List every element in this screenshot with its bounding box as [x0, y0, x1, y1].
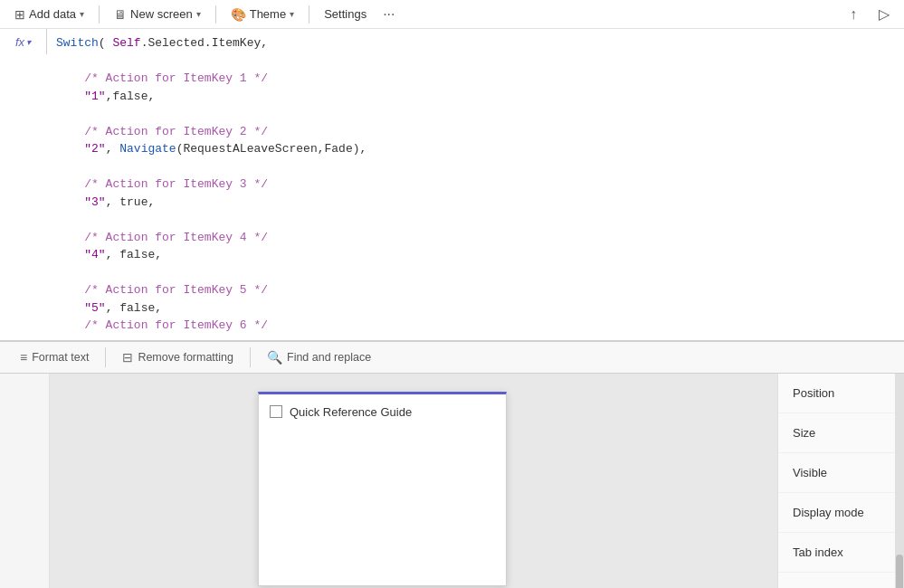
toolbar-right: ↑ ▷: [842, 2, 897, 26]
main-layout: Quick Reference Guide Position Size Visi…: [0, 374, 904, 589]
format-text-button[interactable]: ≡ Format text: [11, 346, 98, 369]
right-panel-visible[interactable]: Visible: [778, 453, 895, 493]
theme-chevron: ▾: [290, 9, 294, 19]
right-panel-size[interactable]: Size: [778, 413, 895, 453]
fx-label: fx: [15, 35, 24, 49]
card-panel: Quick Reference Guide: [258, 392, 507, 586]
add-data-icon: ⊞: [14, 7, 25, 22]
formula-editor[interactable]: Switch( Self.Selected.ItemKey, /* Action…: [47, 29, 904, 340]
preview-button[interactable]: ▷: [871, 2, 897, 26]
card-checkbox-row: Quick Reference Guide: [259, 394, 506, 430]
right-panel-position[interactable]: Position: [778, 374, 895, 413]
settings-button[interactable]: Settings: [317, 4, 374, 24]
right-panel-scrollbar[interactable]: [895, 374, 904, 589]
card-title-label: Quick Reference Guide: [290, 405, 412, 419]
new-screen-label: New screen: [130, 7, 193, 21]
more-button[interactable]: ···: [377, 3, 400, 26]
separator-3: [309, 5, 309, 24]
theme-label: Theme: [250, 7, 286, 21]
find-replace-icon: 🔍: [267, 350, 282, 365]
new-screen-button[interactable]: 🖥 New screen ▾: [107, 4, 208, 25]
remove-formatting-button[interactable]: ⊟ Remove formatting: [113, 346, 243, 369]
add-data-button[interactable]: ⊞ Add data ▾: [7, 4, 91, 25]
right-panel-display-mode[interactable]: Display mode: [778, 493, 895, 533]
format-bar: ≡ Format text ⊟ Remove formatting 🔍 Find…: [0, 341, 904, 374]
settings-label: Settings: [324, 7, 366, 21]
separator-2: [215, 5, 216, 24]
find-replace-label: Find and replace: [287, 351, 371, 364]
format-divider-1: [105, 347, 106, 367]
theme-button[interactable]: 🎨 Theme ▾: [224, 4, 301, 25]
format-text-icon: ≡: [20, 350, 27, 365]
scroll-thumb[interactable]: [896, 555, 903, 589]
top-toolbar: ⊞ Add data ▾ 🖥 New screen ▾ 🎨 Theme ▾ Se…: [0, 0, 904, 29]
share-button[interactable]: ↑: [842, 3, 864, 26]
format-text-label: Format text: [32, 351, 89, 364]
card-checkbox[interactable]: [270, 405, 282, 418]
right-panel-tab-index[interactable]: Tab index: [778, 533, 895, 573]
left-sidebar: [0, 374, 50, 589]
new-screen-chevron: ▾: [196, 9, 201, 19]
remove-formatting-icon: ⊟: [122, 350, 133, 365]
right-panel-tooltip[interactable]: Tooltip: [778, 573, 895, 589]
canvas-area[interactable]: Quick Reference Guide: [50, 374, 777, 589]
separator-1: [99, 5, 100, 24]
remove-formatting-label: Remove formatting: [138, 351, 233, 364]
format-divider-2: [250, 347, 251, 367]
new-screen-icon: 🖥: [114, 7, 127, 22]
add-data-chevron: ▾: [80, 9, 84, 19]
add-data-label: Add data: [29, 7, 76, 21]
formula-bar: fx ▾ Switch( Self.Selected.ItemKey, /* A…: [0, 29, 904, 341]
theme-icon: 🎨: [231, 7, 246, 22]
fx-chevron: ▾: [26, 37, 31, 47]
find-replace-button[interactable]: 🔍 Find and replace: [258, 346, 380, 369]
right-section: Position Size Visible Display mode Tab i…: [777, 374, 904, 589]
fx-button[interactable]: fx ▾: [0, 29, 47, 54]
right-panel: Position Size Visible Display mode Tab i…: [777, 374, 895, 589]
